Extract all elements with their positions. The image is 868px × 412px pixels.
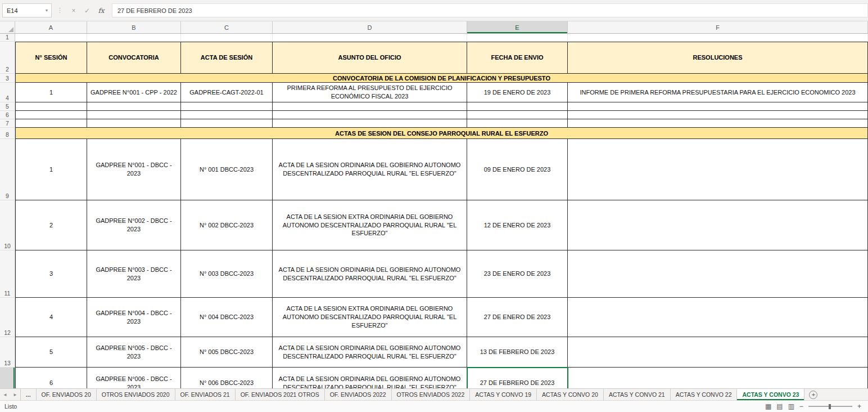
cell-A14[interactable]: 6 xyxy=(15,368,87,388)
sheet-tab-of-enviados-2022[interactable]: OF. ENVIADOS 2022 xyxy=(325,389,392,400)
view-page-break-icon[interactable]: ▥ xyxy=(788,402,794,410)
cell-D6[interactable] xyxy=(273,111,467,119)
cell-E1[interactable] xyxy=(467,34,568,42)
cell-C7[interactable] xyxy=(181,119,273,128)
cell-A1[interactable] xyxy=(15,34,87,42)
row-header-3[interactable]: 3 xyxy=(0,74,15,83)
cell-D14[interactable]: ACTA DE LA SESION ORDINARIA DEL GOBIERNO… xyxy=(273,368,467,388)
sheet-tab-actas-y-convo-20[interactable]: ACTAS Y CONVO 20 xyxy=(537,389,604,400)
tabs-overflow-button[interactable]: ... xyxy=(20,389,37,400)
cell-C14[interactable]: N° 006 DBCC-2023 xyxy=(181,368,273,388)
name-box[interactable]: E14 ▾ xyxy=(2,3,52,17)
cell-D4[interactable]: PRIMERA REFORMA AL PRESUPUESTO DEL EJERC… xyxy=(273,83,467,102)
view-normal-icon[interactable]: ▦ xyxy=(765,402,771,410)
cell-E6[interactable] xyxy=(467,111,568,119)
cell-F10[interactable] xyxy=(568,200,868,250)
cell-D2[interactable]: ASUNTO DEL OFICIO xyxy=(273,42,467,74)
column-header-f[interactable]: F xyxy=(568,21,868,34)
zoom-out-icon[interactable]: − xyxy=(799,402,803,410)
cell-A3-merged-banner[interactable]: CONVOCATORIA DE LA COMISION DE PLANIFICA… xyxy=(15,74,868,83)
cell-F14[interactable] xyxy=(568,368,868,388)
column-header-b[interactable]: B xyxy=(87,21,181,34)
column-header-e-selected[interactable]: E xyxy=(467,21,568,34)
sheet-tab-actas-y-convo-23-active[interactable]: ACTAS Y CONVO 23 xyxy=(737,389,804,400)
zoom-in-icon[interactable]: + xyxy=(857,402,861,410)
cell-F12[interactable] xyxy=(568,298,868,337)
sheet-tab-actas-y-convo-22[interactable]: ACTAS Y CONVO 22 xyxy=(671,389,738,400)
cell-B6[interactable] xyxy=(87,111,181,119)
cell-B10[interactable]: GADPREE N°002 - DBCC - 2023 xyxy=(87,200,181,250)
cell-C2[interactable]: ACTA DE SESIÓN xyxy=(181,42,273,74)
insert-function-icon[interactable]: fx xyxy=(94,7,108,15)
cell-B13[interactable]: GADPREE N°005 - DBCC - 2023 xyxy=(87,337,181,368)
cell-F4[interactable]: INFORME DE PRIMERA REFORMA PRESUPUESTARI… xyxy=(568,83,868,102)
row-header-9[interactable]: 9 xyxy=(0,139,15,200)
cell-E4[interactable]: 19 DE ENERO DE 2023 xyxy=(467,83,568,102)
zoom-slider[interactable] xyxy=(808,402,852,410)
cell-F7[interactable] xyxy=(568,119,868,128)
column-header-a[interactable]: A xyxy=(15,21,87,34)
cell-B5[interactable] xyxy=(87,102,181,111)
cell-C11[interactable]: N° 003 DBCC-2023 xyxy=(181,250,273,298)
cell-D5[interactable] xyxy=(273,102,467,111)
cell-E12[interactable]: 27 DE ENERO DE 2023 xyxy=(467,298,568,337)
cell-D9[interactable]: ACTA DE LA SESION ORDINARIA DEL GOBIERNO… xyxy=(273,139,467,200)
name-box-dropdown-icon[interactable]: ▾ xyxy=(42,8,51,13)
cell-B9[interactable]: GADPREE N°001 - DBCC - 2023 xyxy=(87,139,181,200)
row-header-7[interactable]: 7 xyxy=(0,119,15,128)
cancel-icon[interactable]: × xyxy=(67,7,80,15)
cell-F9[interactable] xyxy=(568,139,868,200)
column-header-d[interactable]: D xyxy=(273,21,467,34)
cell-D10[interactable]: ACTA DE LA SESION EXTRA ORDINARIA DEL GO… xyxy=(273,200,467,250)
sheet-tab-of-enviados-20[interactable]: OF. ENVIADOS 20 xyxy=(37,389,97,400)
cell-E2[interactable]: FECHA DE ENVIO xyxy=(467,42,568,74)
cell-E5[interactable] xyxy=(467,102,568,111)
cell-E7[interactable] xyxy=(467,119,568,128)
cell-F11[interactable] xyxy=(568,250,868,298)
cell-E13[interactable]: 13 DE FEBRERO DE 2023 xyxy=(467,337,568,368)
sheet-tab-otros-enviados-2020[interactable]: OTROS ENVIADOS 2020 xyxy=(97,389,175,400)
cell-A11[interactable]: 3 xyxy=(15,250,87,298)
row-header-10[interactable]: 10 xyxy=(0,200,15,250)
cell-C10[interactable]: N° 002 DBCC-2023 xyxy=(181,200,273,250)
cell-F2[interactable]: RESOLUCIONES xyxy=(568,42,868,74)
cell-B11[interactable]: GADPREE N°003 - DBCC - 2023 xyxy=(87,250,181,298)
cell-B14[interactable]: GADPREE N°006 - DBCC - 2023 xyxy=(87,368,181,388)
cell-C13[interactable]: N° 005 DBCC-2023 xyxy=(181,337,273,368)
select-all-corner[interactable] xyxy=(0,21,15,34)
row-header-12[interactable]: 12 xyxy=(0,298,15,337)
cell-D13[interactable]: ACTA DE LA SESION ORDINARIA DEL GOBIERNO… xyxy=(273,337,467,368)
sheet-tab-of-enviados-21[interactable]: OF. ENVIADOS 21 xyxy=(175,389,236,400)
row-header-5[interactable]: 5 xyxy=(0,102,15,111)
zoom-slider-thumb[interactable] xyxy=(829,404,831,409)
cell-C4[interactable]: GADPREE-CAGT-2022-01 xyxy=(181,83,273,102)
cell-A4[interactable]: 1 xyxy=(15,83,87,102)
cell-A5[interactable] xyxy=(15,102,87,111)
cell-F1[interactable] xyxy=(568,34,868,42)
row-header-6[interactable]: 6 xyxy=(0,111,15,119)
formula-input[interactable]: 27 DE FEBRERO DE 2023 xyxy=(112,3,868,17)
row-header-8[interactable]: 8 xyxy=(0,128,15,139)
tabs-scroll-left-icon[interactable]: ◄ xyxy=(0,389,10,400)
cell-A7[interactable] xyxy=(15,119,87,128)
cell-A2[interactable]: N° SESIÓN xyxy=(15,42,87,74)
cell-B7[interactable] xyxy=(87,119,181,128)
row-header-13[interactable]: 13 xyxy=(0,337,15,368)
row-header-4[interactable]: 4 xyxy=(0,83,15,102)
row-header-1[interactable]: 1 xyxy=(0,34,15,42)
sheet-tab-otros-enviados-2022[interactable]: OTROS ENVIADOS 2022 xyxy=(392,389,471,400)
cell-F5[interactable] xyxy=(568,102,868,111)
tabs-scroll-right-icon[interactable]: ► xyxy=(10,389,20,400)
cell-A12[interactable]: 4 xyxy=(15,298,87,337)
cell-D12[interactable]: ACTA DE LA SESION EXTRA ORDINARIA DEL GO… xyxy=(273,298,467,337)
sheet-tab-of-enviados-2021-otros[interactable]: OF. ENVIADOS 2021 OTROS xyxy=(236,389,325,400)
row-header-11[interactable]: 11 xyxy=(0,250,15,298)
cell-A8-merged-banner[interactable]: ACTAS DE SESION DEL CONSEJO PARROQUIAL R… xyxy=(15,128,868,139)
sheet-tab-actas-y-convo-19[interactable]: ACTAS Y CONVO 19 xyxy=(470,389,537,400)
sheet-tab-actas-y-convo-21[interactable]: ACTAS Y CONVO 21 xyxy=(604,389,671,400)
cell-E11[interactable]: 23 DE ENERO DE 2023 xyxy=(467,250,568,298)
cell-D1[interactable] xyxy=(273,34,467,42)
cell-E10[interactable]: 12 DE ENERO DE 2023 xyxy=(467,200,568,250)
cell-F13[interactable] xyxy=(568,337,868,368)
cell-F6[interactable] xyxy=(568,111,868,119)
